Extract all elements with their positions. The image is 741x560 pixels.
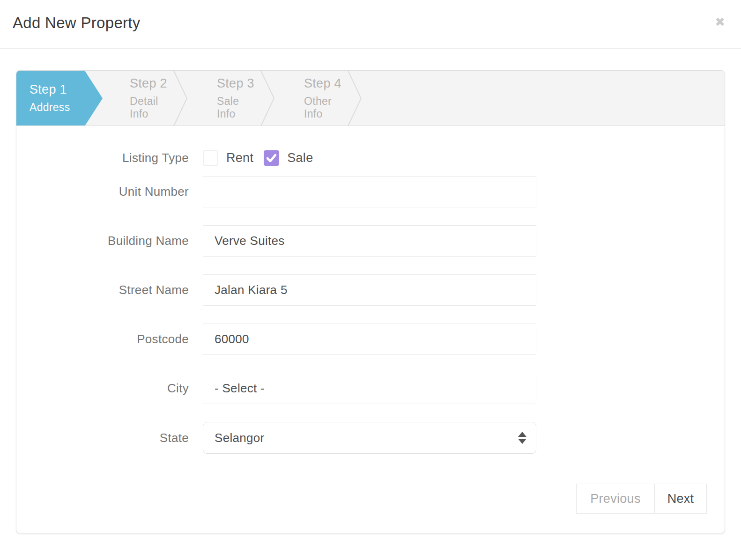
wizard-panel: Step 1 Address Step 2 Detail Info Step 3… (16, 70, 725, 533)
sale-checkbox-label[interactable]: Sale (287, 151, 313, 165)
unit-number-field[interactable] (203, 176, 536, 207)
next-button[interactable]: Next (654, 484, 707, 514)
postcode-label: Postcode (16, 332, 203, 346)
state-label: State (16, 431, 203, 445)
checkmark-icon (267, 154, 276, 162)
building-name-row: Building Name (16, 225, 725, 257)
sale-checkbox[interactable] (264, 150, 279, 166)
unit-number-row: Unit Number (16, 176, 725, 207)
form-body: Listing Type Rent Sale Unit Number Build… (16, 126, 725, 514)
listing-type-options: Rent Sale (203, 150, 323, 166)
street-name-label: Street Name (16, 283, 203, 297)
step-number: Step 1 (30, 82, 85, 97)
step-label: Other Info (304, 95, 346, 120)
postcode-field[interactable] (203, 324, 536, 355)
building-name-label: Building Name (16, 234, 203, 248)
city-select-value: - Select - (215, 381, 265, 396)
step-1-address[interactable]: Step 1 Address (16, 71, 85, 125)
street-name-row: Street Name (16, 274, 725, 306)
state-row: State Selangor (16, 422, 725, 454)
close-icon[interactable]: ✖ (715, 16, 725, 28)
step-label: Sale Info (217, 95, 259, 120)
step-number: Step 3 (217, 76, 259, 91)
select-spinner-icon (518, 432, 526, 444)
city-select[interactable]: - Select - (203, 373, 536, 404)
previous-button[interactable]: Previous (576, 484, 655, 514)
street-name-field[interactable] (203, 274, 536, 306)
chevron-separator-icon (259, 71, 276, 126)
step-4-other-info[interactable]: Step 4 Other Info (276, 71, 346, 125)
state-select-value: Selangor (215, 431, 264, 445)
step-label: Detail Info (130, 95, 172, 120)
chevron-separator-icon (172, 71, 189, 126)
listing-type-label: Listing Type (16, 151, 203, 165)
rent-checkbox[interactable] (203, 150, 218, 166)
chevron-separator-icon (346, 71, 363, 126)
building-name-field[interactable] (203, 225, 536, 257)
state-select[interactable]: Selangor (203, 422, 536, 454)
step-label: Address (30, 101, 85, 114)
city-label: City (16, 381, 203, 396)
rent-checkbox-label[interactable]: Rent (226, 151, 253, 165)
step-number: Step 4 (304, 76, 346, 91)
page-title: Add New Property (13, 14, 722, 32)
city-row: City - Select - (16, 373, 725, 404)
step-3-sale-info[interactable]: Step 3 Sale Info (189, 71, 259, 125)
step-number: Step 2 (130, 76, 172, 91)
postcode-row: Postcode (16, 324, 725, 355)
step-2-detail-info[interactable]: Step 2 Detail Info (102, 71, 172, 125)
unit-number-label: Unit Number (16, 184, 203, 199)
wizard-steps: Step 1 Address Step 2 Detail Info Step 3… (16, 71, 725, 126)
listing-type-row: Listing Type Rent Sale (16, 150, 725, 166)
wizard-nav-buttons: Previous Next (16, 484, 725, 514)
modal-header: Add New Property ✖ (0, 0, 741, 49)
